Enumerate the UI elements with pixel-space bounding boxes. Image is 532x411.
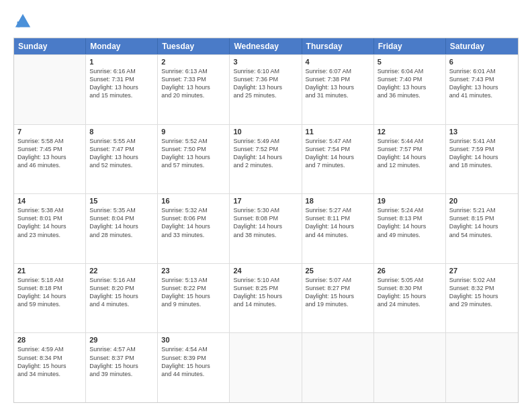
- calendar-cell-12: 12Sunrise: 5:44 AMSunset: 7:57 PMDayligh…: [374, 125, 446, 194]
- day-number: 1: [89, 58, 154, 66]
- logo: [13, 12, 35, 31]
- weekday-header-saturday: Saturday: [446, 38, 518, 54]
- day-info: Sunrise: 5:27 AMSunset: 8:11 PMDaylight:…: [306, 206, 370, 239]
- calendar-cell-21: 21Sunrise: 5:18 AMSunset: 8:18 PMDayligh…: [14, 264, 86, 333]
- day-number: 18: [306, 197, 370, 205]
- day-info: Sunrise: 6:10 AMSunset: 7:36 PMDaylight:…: [233, 67, 298, 100]
- day-info: Sunrise: 5:21 AMSunset: 8:15 PMDaylight:…: [449, 206, 515, 239]
- day-number: 25: [306, 267, 370, 275]
- calendar-cell-18: 18Sunrise: 5:27 AMSunset: 8:11 PMDayligh…: [302, 194, 374, 263]
- calendar-header: SundayMondayTuesdayWednesdayThursdayFrid…: [14, 38, 518, 54]
- calendar-cell-23: 23Sunrise: 5:13 AMSunset: 8:22 PMDayligh…: [158, 264, 230, 333]
- calendar-cell-5: 5Sunrise: 6:04 AMSunset: 7:40 PMDaylight…: [374, 55, 446, 124]
- calendar-row-1: 7Sunrise: 5:58 AMSunset: 7:45 PMDaylight…: [14, 124, 518, 194]
- weekday-header-friday: Friday: [374, 38, 446, 54]
- calendar-cell-26: 26Sunrise: 5:05 AMSunset: 8:30 PMDayligh…: [374, 264, 446, 333]
- calendar-cell-14: 14Sunrise: 5:38 AMSunset: 8:01 PMDayligh…: [14, 194, 86, 263]
- calendar-cell-1: 1Sunrise: 6:16 AMSunset: 7:31 PMDaylight…: [86, 55, 158, 124]
- calendar-cell-15: 15Sunrise: 5:35 AMSunset: 8:04 PMDayligh…: [86, 194, 158, 263]
- day-info: Sunrise: 6:16 AMSunset: 7:31 PMDaylight:…: [89, 67, 154, 100]
- calendar-cell-28: 28Sunrise: 4:59 AMSunset: 8:34 PMDayligh…: [14, 333, 86, 402]
- day-info: Sunrise: 6:13 AMSunset: 7:33 PMDaylight:…: [161, 67, 226, 100]
- calendar-cell-2: 2Sunrise: 6:13 AMSunset: 7:33 PMDaylight…: [158, 55, 230, 124]
- calendar: SundayMondayTuesdayWednesdayThursdayFrid…: [13, 38, 519, 403]
- calendar-cell-7: 7Sunrise: 5:58 AMSunset: 7:45 PMDaylight…: [14, 125, 86, 194]
- day-info: Sunrise: 6:04 AMSunset: 7:40 PMDaylight:…: [378, 67, 442, 100]
- day-info: Sunrise: 5:30 AMSunset: 8:08 PMDaylight:…: [233, 206, 298, 239]
- day-number: 14: [17, 197, 82, 205]
- calendar-cell-17: 17Sunrise: 5:30 AMSunset: 8:08 PMDayligh…: [230, 194, 302, 263]
- day-number: 4: [306, 58, 370, 66]
- svg-rect-2: [17, 21, 20, 27]
- day-info: Sunrise: 5:47 AMSunset: 7:54 PMDaylight:…: [306, 137, 370, 170]
- day-number: 5: [378, 58, 442, 66]
- day-info: Sunrise: 4:59 AMSunset: 8:34 PMDaylight:…: [17, 345, 82, 378]
- day-info: Sunrise: 5:05 AMSunset: 8:30 PMDaylight:…: [378, 276, 442, 309]
- day-info: Sunrise: 5:35 AMSunset: 8:04 PMDaylight:…: [89, 206, 154, 239]
- weekday-header-wednesday: Wednesday: [230, 38, 302, 54]
- calendar-cell-4: 4Sunrise: 6:07 AMSunset: 7:38 PMDaylight…: [302, 55, 374, 124]
- calendar-cell-16: 16Sunrise: 5:32 AMSunset: 8:06 PMDayligh…: [158, 194, 230, 263]
- calendar-cell-empty: [302, 333, 374, 402]
- day-number: 10: [233, 128, 298, 136]
- calendar-cell-10: 10Sunrise: 5:49 AMSunset: 7:52 PMDayligh…: [230, 125, 302, 194]
- calendar-cell-19: 19Sunrise: 5:24 AMSunset: 8:13 PMDayligh…: [374, 194, 446, 263]
- day-info: Sunrise: 5:38 AMSunset: 8:01 PMDaylight:…: [17, 206, 82, 239]
- weekday-header-sunday: Sunday: [14, 38, 86, 54]
- day-info: Sunrise: 5:10 AMSunset: 8:25 PMDaylight:…: [233, 276, 298, 309]
- day-number: 24: [233, 267, 298, 275]
- day-info: Sunrise: 6:07 AMSunset: 7:38 PMDaylight:…: [306, 67, 370, 100]
- day-number: 9: [161, 128, 226, 136]
- calendar-row-4: 28Sunrise: 4:59 AMSunset: 8:34 PMDayligh…: [14, 332, 518, 402]
- day-info: Sunrise: 5:24 AMSunset: 8:13 PMDaylight:…: [378, 206, 442, 239]
- calendar-cell-27: 27Sunrise: 5:02 AMSunset: 8:32 PMDayligh…: [446, 264, 518, 333]
- day-info: Sunrise: 5:55 AMSunset: 7:47 PMDaylight:…: [89, 137, 154, 170]
- weekday-header-tuesday: Tuesday: [158, 38, 230, 54]
- day-number: 2: [161, 58, 226, 66]
- logo-icon: [13, 12, 32, 31]
- day-number: 19: [378, 197, 442, 205]
- day-info: Sunrise: 4:54 AMSunset: 8:39 PMDaylight:…: [161, 345, 226, 378]
- day-info: Sunrise: 5:52 AMSunset: 7:50 PMDaylight:…: [161, 137, 226, 170]
- calendar-cell-empty: [446, 333, 518, 402]
- calendar-cell-empty: [14, 55, 86, 124]
- calendar-cell-29: 29Sunrise: 4:57 AMSunset: 8:37 PMDayligh…: [86, 333, 158, 402]
- calendar-cell-22: 22Sunrise: 5:16 AMSunset: 8:20 PMDayligh…: [86, 264, 158, 333]
- day-number: 15: [89, 197, 154, 205]
- day-info: Sunrise: 5:44 AMSunset: 7:57 PMDaylight:…: [378, 137, 442, 170]
- day-info: Sunrise: 5:49 AMSunset: 7:52 PMDaylight:…: [233, 137, 298, 170]
- calendar-cell-20: 20Sunrise: 5:21 AMSunset: 8:15 PMDayligh…: [446, 194, 518, 263]
- day-info: Sunrise: 5:32 AMSunset: 8:06 PMDaylight:…: [161, 206, 226, 239]
- day-number: 16: [161, 197, 226, 205]
- day-number: 13: [449, 128, 515, 136]
- calendar-cell-30: 30Sunrise: 4:54 AMSunset: 8:39 PMDayligh…: [158, 333, 230, 402]
- day-info: Sunrise: 5:58 AMSunset: 7:45 PMDaylight:…: [17, 137, 82, 170]
- day-info: Sunrise: 5:02 AMSunset: 8:32 PMDaylight:…: [449, 276, 515, 309]
- day-number: 27: [449, 267, 515, 275]
- calendar-cell-empty: [230, 333, 302, 402]
- calendar-cell-8: 8Sunrise: 5:55 AMSunset: 7:47 PMDaylight…: [86, 125, 158, 194]
- weekday-header-thursday: Thursday: [302, 38, 374, 54]
- day-number: 22: [89, 267, 154, 275]
- calendar-row-2: 14Sunrise: 5:38 AMSunset: 8:01 PMDayligh…: [14, 193, 518, 263]
- weekday-header-monday: Monday: [86, 38, 158, 54]
- calendar-cell-11: 11Sunrise: 5:47 AMSunset: 7:54 PMDayligh…: [302, 125, 374, 194]
- day-number: 20: [449, 197, 515, 205]
- day-info: Sunrise: 4:57 AMSunset: 8:37 PMDaylight:…: [89, 345, 154, 378]
- day-info: Sunrise: 6:01 AMSunset: 7:43 PMDaylight:…: [449, 67, 515, 100]
- day-number: 30: [161, 336, 226, 344]
- calendar-body: 1Sunrise: 6:16 AMSunset: 7:31 PMDaylight…: [14, 54, 518, 402]
- page: SundayMondayTuesdayWednesdayThursdayFrid…: [0, 0, 532, 411]
- day-number: 17: [233, 197, 298, 205]
- day-number: 29: [89, 336, 154, 344]
- day-info: Sunrise: 5:13 AMSunset: 8:22 PMDaylight:…: [161, 276, 226, 309]
- day-number: 3: [233, 58, 298, 66]
- calendar-row-0: 1Sunrise: 6:16 AMSunset: 7:31 PMDaylight…: [14, 54, 518, 124]
- day-info: Sunrise: 5:41 AMSunset: 7:59 PMDaylight:…: [449, 137, 515, 170]
- calendar-cell-3: 3Sunrise: 6:10 AMSunset: 7:36 PMDaylight…: [230, 55, 302, 124]
- day-info: Sunrise: 5:16 AMSunset: 8:20 PMDaylight:…: [89, 276, 154, 309]
- day-number: 12: [378, 128, 442, 136]
- calendar-row-3: 21Sunrise: 5:18 AMSunset: 8:18 PMDayligh…: [14, 263, 518, 333]
- calendar-cell-25: 25Sunrise: 5:07 AMSunset: 8:27 PMDayligh…: [302, 264, 374, 333]
- day-number: 7: [17, 128, 82, 136]
